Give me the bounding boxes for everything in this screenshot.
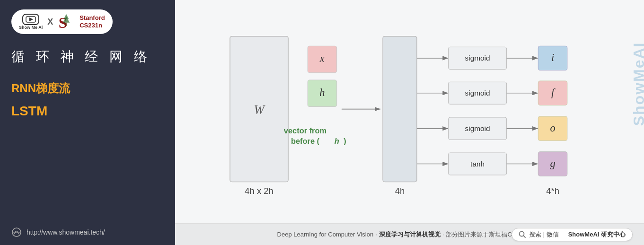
main-title: 循 环 神 经 网 络: [11, 47, 164, 66]
svg-text:sigmoid: sigmoid: [465, 54, 490, 62]
showme-logo: Show Me Al: [19, 14, 43, 30]
website-url: http://www.showmeai.tech/: [26, 228, 105, 236]
search-brand: ShowMeAI 研究中心: [568, 230, 626, 239]
svg-text:4h x 2h: 4h x 2h: [245, 186, 273, 196]
share-icon: [11, 227, 22, 237]
watermark: ShowMeAI: [631, 42, 644, 126]
lstm-diagram: W x h vector from before ( h ) 4h x 2h 4…: [189, 22, 630, 211]
svg-marker-1: [29, 18, 33, 21]
bottom-text-dl: Deep Learning for Computer Vision: [277, 231, 374, 238]
sidebar: Show Me Al X S Stanford CS231n 循 环 神 经 网…: [0, 0, 175, 245]
search-icon: [519, 231, 526, 238]
svg-text:): ): [344, 137, 346, 145]
svg-text:h: h: [319, 87, 325, 98]
svg-text:sigmoid: sigmoid: [465, 89, 490, 97]
times-sign: X: [47, 17, 53, 27]
svg-line-49: [523, 236, 525, 237]
stanford-text: Stanford CS231n: [79, 14, 105, 29]
main-content: ShowMeAI W x h vector from before ( h ) …: [175, 0, 644, 245]
bottom-dot2: ·: [442, 231, 444, 238]
svg-text:before (: before (: [291, 137, 320, 145]
svg-rect-20: [383, 36, 417, 182]
bottom-dot1: ·: [375, 231, 377, 238]
bottom-bar: Deep Learning for Computer Vision · 深度学习…: [175, 223, 644, 245]
showme-icon-box: [22, 14, 39, 25]
svg-text:h: h: [335, 137, 339, 145]
search-badge[interactable]: 搜索 | 微信 ShowMeAI 研究中心: [512, 228, 633, 241]
stanford-line2: CS231n: [79, 22, 102, 29]
svg-text:g: g: [550, 158, 555, 169]
diagram-area: ShowMeAI W x h vector from before ( h ) …: [175, 0, 644, 223]
showme-brand-text: Show Me Al: [19, 25, 43, 30]
subtitle-lstm: LSTM: [11, 104, 164, 119]
subtitle-rnn: RNN梯度流: [11, 81, 164, 96]
stanford-s-icon: S: [58, 13, 75, 30]
svg-text:vector from: vector from: [284, 126, 326, 135]
stanford-line1: Stanford: [79, 14, 105, 22]
svg-text:o: o: [550, 122, 555, 134]
logo-area: Show Me Al X S Stanford CS231n: [11, 9, 113, 34]
svg-text:W: W: [254, 103, 265, 117]
svg-text:tanh: tanh: [470, 160, 485, 168]
svg-text:4h: 4h: [395, 186, 405, 196]
svg-rect-5: [65, 23, 67, 26]
search-label: 搜索 | 微信: [529, 230, 559, 239]
svg-text:sigmoid: sigmoid: [465, 124, 490, 132]
website-area: http://www.showmeai.tech/: [11, 227, 164, 237]
svg-text:4*h: 4*h: [546, 186, 559, 196]
bottom-text-cn: 深度学习与计算机视觉: [379, 230, 441, 239]
svg-text:x: x: [319, 52, 325, 64]
svg-text:i: i: [551, 52, 554, 63]
stanford-logo: S: [58, 13, 75, 30]
